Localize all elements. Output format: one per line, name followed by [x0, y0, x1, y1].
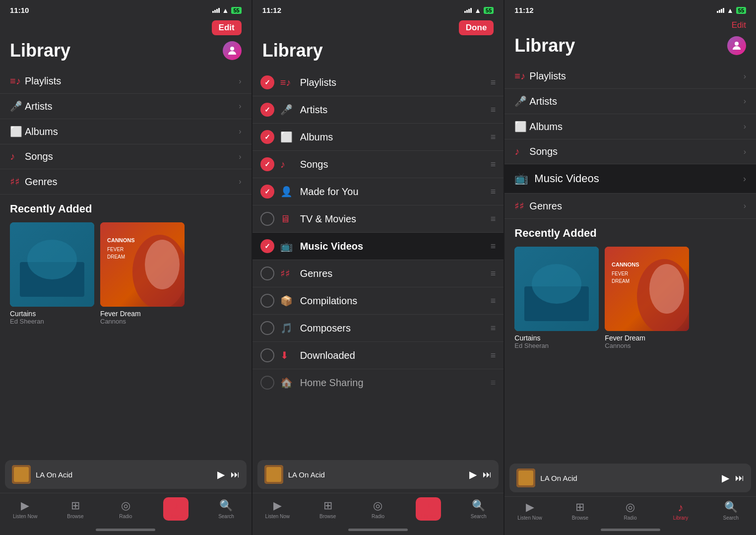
drag-albums-2[interactable]: ≡	[491, 132, 496, 142]
svg-text:FEVER: FEVER	[107, 247, 124, 252]
check-genres-2[interactable]	[260, 267, 274, 280]
drag-artists-2[interactable]: ≡	[491, 105, 496, 115]
edit-item-playlists-2[interactable]: ≡♪ Playlists ≡	[252, 69, 504, 96]
now-playing-bar-1[interactable]: LA On Acid ▶ ⏭	[5, 460, 247, 489]
drag-downloaded-2[interactable]: ≡	[491, 350, 496, 361]
tab-browse-3[interactable]: ⊞ Browse	[565, 501, 595, 521]
tab-library-2[interactable]: ♪ Library	[413, 497, 443, 521]
list-item-genres-1[interactable]: ♯♯ Genres ›	[0, 169, 252, 195]
top-bar-3: Edit	[504, 18, 756, 35]
album-curtains-1[interactable]: Curtains Ed Sheeran	[10, 222, 94, 325]
list-item-playlists-1[interactable]: ≡♪ Playlists ›	[0, 69, 252, 94]
tab-search-1[interactable]: 🔍 Search	[211, 499, 241, 519]
svg-rect-13	[266, 467, 281, 482]
tab-listen-now-3[interactable]: ▶ Listen Now	[515, 501, 545, 521]
tab-listen-now-1[interactable]: ▶ Listen Now	[10, 499, 40, 519]
tab-search-2[interactable]: 🔍 Search	[464, 499, 494, 519]
tab-library-3[interactable]: ♪ Library	[666, 501, 695, 521]
check-homesharing-2[interactable]	[260, 376, 274, 390]
list-item-albums-1[interactable]: ⬜ Albums ›	[0, 119, 252, 144]
play-button-3[interactable]: ▶	[722, 472, 729, 484]
edit-text-button-3[interactable]: Edit	[732, 20, 746, 30]
battery-2: 55	[484, 7, 494, 14]
edit-item-artists-2[interactable]: 🎤 Artists ≡	[252, 96, 504, 124]
album-feverdream-1[interactable]: CANNONS FEVER DREAM Fever Dream Cannons	[100, 222, 185, 325]
drag-songs-2[interactable]: ≡	[491, 159, 496, 170]
tab-browse-2[interactable]: ⊞ Browse	[313, 499, 343, 519]
browse-icon-3: ⊞	[575, 501, 584, 514]
check-compilations-2[interactable]	[260, 294, 274, 308]
album-feverdream-3[interactable]: CANNONS FEVER DREAM Fever Dream Cannons	[605, 247, 689, 349]
np-title-1: LA On Acid	[36, 470, 212, 479]
edit-item-tvmovies-2[interactable]: 🖥 TV & Movies ≡	[252, 205, 504, 233]
edit-item-homesharing-2[interactable]: 🏠 Home Sharing ≡	[252, 369, 504, 396]
drag-playlists-2[interactable]: ≡	[491, 77, 496, 88]
drag-genres-2[interactable]: ≡	[491, 268, 496, 279]
list-item-albums-3[interactable]: ⬜ Albums ›	[504, 114, 756, 139]
time-3: 11:12	[514, 6, 533, 14]
done-button-2[interactable]: Done	[459, 20, 494, 35]
svg-text:DREAM: DREAM	[107, 254, 125, 260]
artist-icon-1: 🎤	[10, 100, 25, 112]
list-item-musicvideos-3[interactable]: 📺 Music Videos ›	[504, 164, 756, 194]
edit-item-songs-2[interactable]: ♪ Songs ≡	[252, 151, 504, 178]
drag-musicvideos-2[interactable]: ≡	[491, 241, 496, 252]
forward-button-2[interactable]: ⏭	[483, 469, 492, 480]
check-tvmovies-2[interactable]	[260, 212, 274, 226]
list-item-playlists-3[interactable]: ≡♪ Playlists ›	[504, 64, 756, 89]
list-item-artists-3[interactable]: 🎤 Artists ›	[504, 89, 756, 114]
check-songs-2[interactable]	[260, 157, 274, 171]
tab-browse-1[interactable]: ⊞ Browse	[61, 499, 90, 519]
tab-label-library-2: Library	[421, 513, 436, 519]
tab-label-search-1: Search	[218, 514, 234, 519]
edit-item-compilations-2[interactable]: 📦 Compilations ≡	[252, 287, 504, 315]
edit-item-musicvideos-2[interactable]: 📺 Music Videos ≡	[252, 233, 504, 260]
now-playing-bar-2[interactable]: LA On Acid ▶ ⏭	[257, 460, 499, 489]
check-composers-2[interactable]	[260, 321, 274, 335]
list-item-genres-3[interactable]: ♯♯ Genres ›	[504, 194, 756, 219]
avatar-1[interactable]	[223, 41, 242, 60]
tab-radio-2[interactable]: ◎ Radio	[363, 499, 393, 519]
edit-item-downloaded-2[interactable]: ⬇ Downloaded ≡	[252, 342, 504, 369]
edit-item-composers-2[interactable]: 🎵 Composers ≡	[252, 315, 504, 342]
drag-composers-2[interactable]: ≡	[491, 323, 496, 334]
edit-item-albums-2[interactable]: ⬜ Albums ≡	[252, 124, 504, 151]
forward-button-1[interactable]: ⏭	[231, 469, 240, 480]
check-downloaded-2[interactable]	[260, 348, 274, 362]
genre-label-1: Genres	[25, 176, 239, 188]
list-item-songs-1[interactable]: ♪ Songs ›	[0, 144, 252, 169]
drag-madeforyou-2[interactable]: ≡	[491, 187, 496, 197]
drag-homesharing-2[interactable]: ≡	[491, 378, 496, 388]
edit-button-1[interactable]: Edit	[212, 20, 242, 35]
play-button-2[interactable]: ▶	[469, 468, 477, 480]
drag-tvmovies-2[interactable]: ≡	[491, 214, 496, 224]
tab-label-listen-1: Listen Now	[13, 514, 37, 519]
play-button-1[interactable]: ▶	[217, 468, 225, 480]
check-artists-2[interactable]	[260, 103, 274, 117]
check-albums-2[interactable]	[260, 130, 274, 144]
check-playlists-2[interactable]	[260, 75, 274, 89]
chevron-musicvideos-3: ›	[743, 174, 746, 184]
check-musicvideos-2[interactable]	[260, 239, 274, 253]
edit-item-genres-2[interactable]: ♯♯ Genres ≡	[252, 260, 504, 287]
home-indicator-3	[601, 529, 660, 531]
avatar-3[interactable]	[727, 36, 746, 55]
wifi-icon-1: ▲	[222, 6, 229, 14]
playlist-icon-1: ≡♪	[10, 75, 25, 87]
tab-radio-1[interactable]: ◎ Radio	[111, 499, 140, 519]
now-playing-bar-3[interactable]: LA On Acid ▶ ⏭	[509, 464, 751, 492]
check-madeforyou-2[interactable]	[260, 185, 274, 199]
chevron-playlists-1: ›	[239, 77, 241, 86]
tab-listen-now-2[interactable]: ▶ Listen Now	[262, 499, 292, 519]
list-item-artists-1[interactable]: 🎤 Artists ›	[0, 94, 252, 119]
tab-label-library-1: Library	[168, 513, 184, 519]
album-curtains-3[interactable]: Curtains Ed Sheeran	[514, 247, 599, 349]
tab-search-3[interactable]: 🔍 Search	[716, 501, 746, 521]
forward-button-3[interactable]: ⏭	[735, 473, 744, 483]
tab-radio-3[interactable]: ◎ Radio	[616, 501, 645, 521]
chevron-songs-1: ›	[239, 152, 241, 161]
edit-item-madeforyou-2[interactable]: 👤 Made for You ≡	[252, 178, 504, 205]
tab-library-1[interactable]: ♪ Library	[161, 497, 191, 521]
list-item-songs-3[interactable]: ♪ Songs ›	[504, 139, 756, 164]
drag-compilations-2[interactable]: ≡	[491, 296, 496, 306]
